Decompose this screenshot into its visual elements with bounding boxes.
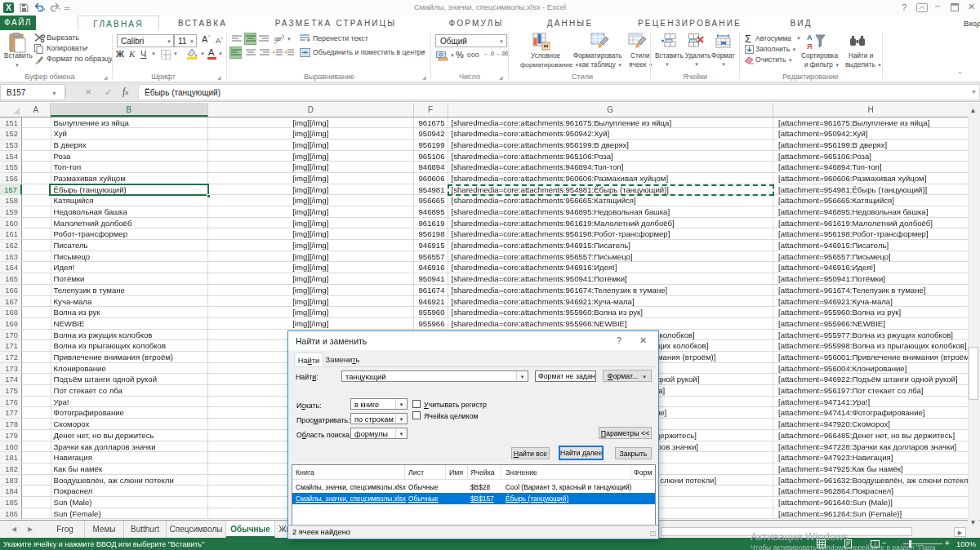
svg-text:ab: ab xyxy=(274,36,281,42)
svg-text:А: А xyxy=(807,33,813,42)
svg-text:Я: Я xyxy=(807,42,812,51)
